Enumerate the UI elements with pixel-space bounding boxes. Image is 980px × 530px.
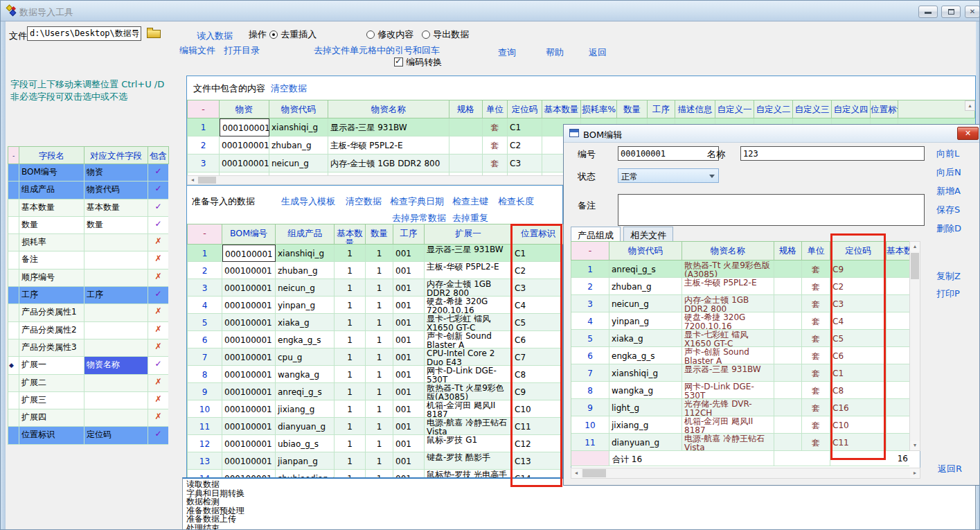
bom-nav-button[interactable]: 向后N: [936, 166, 961, 179]
field-mapping-row[interactable]: 数量 数量 ✓: [8, 217, 168, 234]
edit-file-link[interactable]: 编辑文件: [179, 44, 215, 57]
field-name-cell: 扩展四: [19, 409, 84, 427]
horizontal-scrollbar[interactable]: ◂ ▸: [571, 468, 920, 479]
field-mapping-row[interactable]: 工序 工序 ✓: [8, 287, 168, 304]
bom-nav-button[interactable]: 向前L: [936, 148, 961, 161]
scroll-up-icon[interactable]: ▴: [965, 100, 975, 111]
field-mapping-row[interactable]: 产品分类属性2 ✗: [8, 322, 168, 339]
import-action-link[interactable]: 生成导入模板: [281, 195, 335, 208]
import-action-link[interactable]: 去掉异常数据: [392, 212, 446, 224]
scroll-down-icon[interactable]: ▾: [910, 441, 920, 450]
encoding-checkbox[interactable]: 编码转换: [394, 56, 442, 69]
bom-nav-button[interactable]: 保存S: [936, 204, 961, 217]
vertical-scrollbar[interactable]: ▴ ▾: [909, 241, 920, 451]
bom-back-button[interactable]: 返回R: [938, 463, 962, 475]
dialog-close-button[interactable]: ✕: [957, 127, 979, 140]
table-row[interactable]: 12 000100001 ubiao_g_s 1 1 001 鼠标-罗技 G1 …: [188, 435, 562, 452]
field-mapping-row[interactable]: 位置标识 定位码 ✓: [8, 427, 168, 444]
scroll-thumb[interactable]: [198, 177, 216, 184]
scroll-left-icon[interactable]: ◂: [188, 176, 197, 184]
clear-file-data-link[interactable]: 清空数据: [271, 82, 307, 95]
table-row[interactable]: 5 000100001 xiaka_g 1 1 001 显卡-七彩虹 镭风X16…: [188, 314, 562, 331]
import-action-link[interactable]: 检查字典日期: [390, 195, 444, 208]
table-row[interactable]: 4 yinpan_g 硬盘-希捷 320G 7200.10.16 套 C4: [571, 312, 909, 330]
table-row[interactable]: 8 000100001 wangka_g 1 1 001 网卡-D-Link D…: [188, 366, 562, 383]
bom-nav-button[interactable]: 删除D: [936, 222, 961, 236]
table-row[interactable]: 4 000100001 yinpan_g 1 1 001 硬盘-希捷 320G …: [188, 297, 562, 314]
table-row[interactable]: 9 000100001 anreqi_g_s 1 1 001 散热器-Tt 火星…: [188, 383, 562, 400]
file-path-input[interactable]: [27, 26, 141, 41]
field-mapping-row[interactable]: 基本数量 基本数量 ✓: [8, 200, 168, 217]
scroll-left-icon[interactable]: ◂: [571, 468, 581, 478]
row-marker: [8, 287, 19, 304]
table-row[interactable]: 11 000100001 dianyuan_g 1 1 001 电源-航嘉 冷静…: [188, 418, 562, 435]
table-row[interactable]: 10 jixiang_g 机箱-金河田 飓风II 8187 套 C10: [571, 416, 909, 434]
table-row[interactable]: 6 000100001 engka_g_s 1 1 001 声卡-创新 Soun…: [188, 331, 562, 348]
table-row[interactable]: 1 anreqi_g_s 散热器-Tt 火星9彩色版(A3085) 套 C9: [571, 260, 909, 278]
field-mapping-row[interactable]: 损耗率 ✗: [8, 234, 168, 251]
radio-export-data[interactable]: 导出数据: [422, 28, 469, 41]
table-row[interactable]: 5 xiaka_g 显卡-七彩虹 镭风X1650 GT-C 套 C5: [571, 330, 909, 347]
bom-no-input[interactable]: [618, 146, 719, 161]
minimize-button[interactable]: [918, 6, 938, 18]
window-title: 数据导入工具: [19, 6, 73, 19]
tab-product-composition[interactable]: 产品组成: [571, 227, 621, 241]
scroll-thumb[interactable]: [582, 469, 606, 477]
row-marker: [8, 251, 19, 269]
field-mapping-row[interactable]: ◆ 扩展一 物资名称 ✓: [8, 357, 168, 374]
field-mapping-row[interactable]: 产品分类属性3 ✗: [8, 339, 168, 357]
table-row[interactable]: 7 xianshiqi_g 显示器-三星 931BW 套 C1: [571, 364, 909, 382]
column-header: 物资代码: [269, 100, 328, 118]
import-action-link[interactable]: 去掉重复: [452, 212, 488, 224]
state-value: 正常: [621, 172, 638, 182]
radio-dedup-insert[interactable]: 去重插入: [269, 28, 317, 41]
field-mapping-row[interactable]: 扩展四 ✗: [8, 409, 168, 427]
dialog-title-bar: BOM编辑 ✕: [564, 125, 980, 143]
field-mapping-row[interactable]: 备注 ✗: [8, 251, 168, 269]
table-row[interactable]: 3 000100001 neicun_g 1 1 001 内存-金士顿 1GB …: [188, 279, 562, 297]
table-row[interactable]: 10 000100001 jixiang_g 1 1 001 机箱-金河田 飓风…: [188, 400, 562, 418]
dialog-title: BOM编辑: [583, 129, 622, 141]
restore-button[interactable]: [941, 6, 961, 18]
include-mark-icon: ✗: [148, 392, 168, 409]
import-action-link[interactable]: 检查长度: [498, 195, 534, 208]
return-link[interactable]: 返回: [589, 46, 607, 59]
bom-note-textarea[interactable]: [618, 194, 925, 226]
open-directory-link[interactable]: 打开目录: [224, 44, 260, 57]
query-link[interactable]: 查询: [498, 46, 516, 59]
table-row[interactable]: 8 wangka_g 网卡-D-Link DGE-530T 套 C8: [571, 382, 909, 399]
radio-modify-content[interactable]: 修改内容: [366, 28, 413, 41]
bom-action-button[interactable]: 打印P: [936, 288, 961, 301]
table-row[interactable]: 2 zhuban_g 主板-华硕 P5PL2-E 套 C2: [571, 278, 909, 295]
table-row[interactable]: 1 000100001 xianshiqi_g 1 1 001 显示器-三星 9…: [188, 245, 562, 262]
field-mapping-row[interactable]: BOM编号 物资 ✓: [8, 164, 168, 182]
table-row[interactable]: 13 000100001 jianpan_g 1 1 001 键盘-罗技 酷影手…: [188, 452, 562, 470]
table-row[interactable]: 9 light_g 光存储-先锋 DVR-112CH 套 C16: [571, 399, 909, 416]
table-row[interactable]: 14 000100001 shubiaodian_g 1 1 001 鼠标垫-罗…: [188, 470, 562, 477]
import-action-link[interactable]: 清空数据: [346, 195, 382, 208]
table-row[interactable]: 3 neicun_g 内存-金士顿 1GB DDR2 800 套 C3: [571, 295, 909, 312]
close-button[interactable]: ✕: [965, 6, 980, 18]
table-row[interactable]: 2 000100001 zhuban_g 1 1 001 主板-华硕 P5PL2…: [188, 262, 562, 279]
field-mapping-row[interactable]: 顺序编号 ✗: [8, 270, 168, 287]
table-row[interactable]: 6 engka_g_s 声卡-创新 Sound Blaster A 套 C6: [571, 347, 909, 364]
state-combobox[interactable]: 正常: [618, 168, 719, 183]
import-action-link[interactable]: 检查主键: [452, 195, 488, 208]
strip-quotes-link[interactable]: 去掉文件单元格中的引号和回车: [314, 44, 440, 57]
field-mapping-row[interactable]: 扩展二 ✗: [8, 375, 168, 392]
bom-action-button[interactable]: 复制Z: [936, 270, 961, 283]
table-row[interactable]: 7 000100001 cpu_g 1 1 001 CPU-Intel Core…: [188, 348, 562, 366]
help-link[interactable]: 帮助: [546, 46, 564, 59]
bom-nav-button[interactable]: 新增A: [936, 185, 961, 198]
scroll-up-icon[interactable]: ▴: [910, 242, 920, 251]
scroll-thumb[interactable]: [911, 253, 919, 279]
read-data-link[interactable]: 读入数据: [197, 30, 233, 42]
scroll-right-icon[interactable]: ▸: [910, 468, 920, 478]
bom-name-input[interactable]: [740, 146, 925, 161]
table-row[interactable]: 11 dianyuan_g 电源-航嘉 冷静王钻石Vista 套 C11: [571, 434, 909, 451]
tab-related-files[interactable]: 相关文件: [623, 227, 673, 241]
browse-folder-button[interactable]: [146, 27, 163, 39]
field-mapping-row[interactable]: 产品分类属性1 ✗: [8, 304, 168, 321]
field-mapping-row[interactable]: 组成产品 物资代码 ✓: [8, 182, 168, 199]
field-mapping-row[interactable]: 扩展三 ✗: [8, 392, 168, 409]
